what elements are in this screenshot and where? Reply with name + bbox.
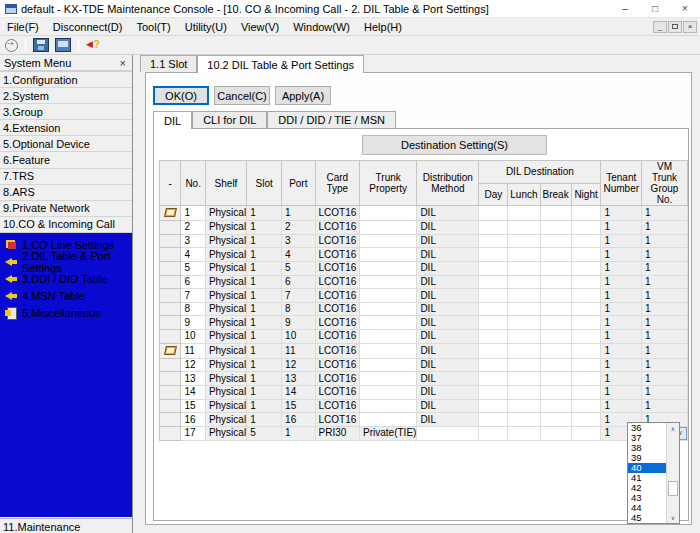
cell-day[interactable] [479, 261, 508, 275]
cell-distribution-method[interactable]: DIL [417, 343, 479, 358]
cell-day[interactable] [479, 372, 508, 386]
cell-night[interactable] [571, 358, 601, 372]
cell-vm-trunk-group[interactable]: 1 [642, 302, 688, 316]
cell-day[interactable] [479, 330, 508, 344]
cell-tenant-number[interactable]: 1 [601, 330, 642, 344]
cell-vm-trunk-group[interactable]: 1 [642, 372, 688, 386]
cell-tenant-number[interactable]: 1 [601, 316, 642, 330]
cell-break[interactable] [540, 234, 571, 248]
cell-day[interactable] [479, 302, 508, 316]
destination-setting-button[interactable]: Destination Setting(S) [362, 135, 547, 155]
cell-lunch[interactable] [508, 234, 540, 248]
tab-10-2-dil-table-port-settings[interactable]: 10.2 DIL Table & Port Settings [197, 55, 364, 73]
cell-tenant-number[interactable]: 1 [601, 386, 642, 400]
cell-tenant-number[interactable]: 1 [601, 358, 642, 372]
cell-vm-trunk-group[interactable]: 1 [642, 330, 688, 344]
scroll-down-icon[interactable]: ∨ [667, 512, 679, 523]
sidebar-item[interactable]: 7.TRS [0, 169, 132, 185]
cell-break[interactable] [540, 221, 571, 235]
menu-item-filef[interactable]: File(F) [0, 18, 46, 35]
cell-tenant-number[interactable]: 1 [601, 302, 642, 316]
cell-distribution-method[interactable]: DIL [417, 316, 479, 330]
cell-lunch[interactable] [508, 302, 540, 316]
cell-break[interactable] [540, 330, 571, 344]
cell-day[interactable] [479, 289, 508, 303]
cell-vm-trunk-group[interactable]: 1 [642, 234, 688, 248]
cell-day[interactable] [479, 316, 508, 330]
cell-break[interactable] [540, 206, 571, 221]
sidebar-item[interactable]: 2.System [0, 88, 132, 104]
cell-lunch[interactable] [508, 221, 540, 235]
cell-lunch[interactable] [508, 372, 540, 386]
cell-distribution-method[interactable]: DIL [417, 289, 479, 303]
sidebar-item[interactable]: 3.Group [0, 104, 132, 120]
cell-distribution-method[interactable] [417, 426, 479, 440]
tab-1-1-slot[interactable]: 1.1 Slot [140, 55, 197, 72]
cell-distribution-method[interactable]: DIL [417, 206, 479, 221]
cell-break[interactable] [540, 372, 571, 386]
menu-item-helph[interactable]: Help(H) [357, 18, 409, 35]
cell-vm-trunk-group[interactable]: 1 [642, 261, 688, 275]
cell-lunch[interactable] [508, 316, 540, 330]
cell-lunch[interactable] [508, 289, 540, 303]
cell-night[interactable] [571, 426, 601, 440]
cell-night[interactable] [571, 316, 601, 330]
minimize-icon[interactable]: – [610, 0, 640, 17]
mdi-close-icon[interactable]: × [683, 21, 697, 33]
cell-distribution-method[interactable]: DIL [417, 330, 479, 344]
cell-break[interactable] [540, 316, 571, 330]
cell-tenant-number[interactable]: 1 [601, 289, 642, 303]
sidebar-item-maintenance[interactable]: 11.Maintenance [0, 518, 132, 533]
cell-day[interactable] [479, 426, 508, 440]
subtab-dil[interactable]: DIL [153, 111, 192, 129]
subtab-cli-for-dil[interactable]: CLI for DIL [192, 111, 267, 128]
cell-night[interactable] [571, 275, 601, 289]
menu-item-disconnectd[interactable]: Disconnect(D) [46, 18, 130, 35]
maximize-icon[interactable]: □ [640, 0, 670, 17]
cell-day[interactable] [479, 234, 508, 248]
sidebar-item[interactable]: 8.ARS [0, 185, 132, 201]
cell-night[interactable] [571, 302, 601, 316]
cell-vm-trunk-group[interactable]: 1 [642, 316, 688, 330]
ok-button[interactable]: OK(O) [153, 86, 209, 105]
cell-break[interactable] [540, 343, 571, 358]
cell-lunch[interactable] [508, 343, 540, 358]
cell-day[interactable] [479, 248, 508, 262]
cell-day[interactable] [479, 386, 508, 400]
cell-tenant-number[interactable]: 1 [601, 206, 642, 221]
cell-tenant-number[interactable]: 1 [601, 275, 642, 289]
cell-night[interactable] [571, 261, 601, 275]
cell-break[interactable] [540, 275, 571, 289]
cell-distribution-method[interactable]: DIL [417, 399, 479, 413]
sidebar-item[interactable]: 5.Optional Device [0, 136, 132, 152]
sidebar-item[interactable]: 9.Private Network [0, 201, 132, 217]
menu-item-toolt[interactable]: Tool(T) [129, 18, 177, 35]
cell-night[interactable] [571, 413, 601, 427]
cell-lunch[interactable] [508, 399, 540, 413]
save-icon[interactable] [33, 38, 49, 52]
cancel-button[interactable]: Cancel(C) [214, 86, 270, 105]
cell-tenant-number[interactable]: 1 [601, 343, 642, 358]
mdi-minimize-icon[interactable]: _ [653, 21, 667, 33]
cell-night[interactable] [571, 330, 601, 344]
cell-distribution-method[interactable]: DIL [417, 248, 479, 262]
cell-day[interactable] [479, 221, 508, 235]
cell-vm-trunk-group[interactable]: 1 [642, 275, 688, 289]
cell-break[interactable] [540, 426, 571, 440]
menu-item-utilityu[interactable]: Utility(U) [178, 18, 234, 35]
cell-night[interactable] [571, 206, 601, 221]
cell-distribution-method[interactable]: DIL [417, 302, 479, 316]
cell-lunch[interactable] [508, 248, 540, 262]
mdi-restore-icon[interactable] [668, 21, 682, 33]
pc-programming-icon[interactable] [55, 38, 71, 52]
cell-day[interactable] [479, 275, 508, 289]
cell-distribution-method[interactable]: DIL [417, 234, 479, 248]
cell-vm-trunk-group[interactable]: 1 [642, 399, 688, 413]
cell-lunch[interactable] [508, 330, 540, 344]
dropdown-scrollbar[interactable]: ∧ ∨ [666, 423, 679, 523]
cell-tenant-number[interactable]: 1 [601, 399, 642, 413]
cell-distribution-method[interactable]: DIL [417, 386, 479, 400]
menu-item-viewv[interactable]: View(V) [234, 18, 286, 35]
cell-tenant-number[interactable]: 1 [601, 261, 642, 275]
close-icon[interactable]: × [670, 0, 700, 17]
